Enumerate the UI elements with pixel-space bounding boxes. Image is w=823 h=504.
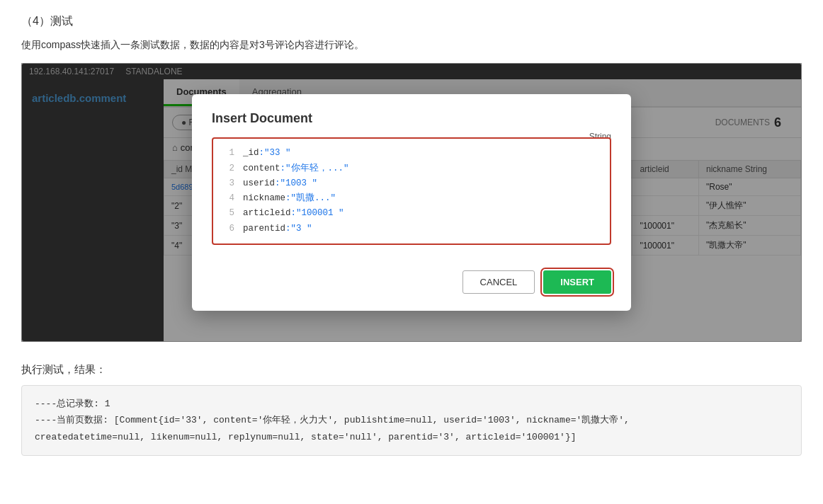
code-value: :"凯撒..." [285,193,336,203]
code-content: nickname:"凯撒..." [243,191,336,206]
code-value: :"100001 " [291,208,344,218]
code-value: :"3 " [285,224,312,234]
code-value: :"33 " [259,148,291,158]
result-line: ----当前页数据: [Comment{id='33', content='你年… [35,412,788,428]
code-key: userid [243,178,275,188]
code-content: content:"你年轻，..." [243,161,349,176]
line-number: 6 [223,222,234,236]
cancel-button[interactable]: CANCEL [462,270,535,294]
code-line: 3 userid:"1003 " [223,176,600,191]
code-key: content [243,164,280,173]
code-line: 6 parentid:"3 " [223,222,600,236]
code-line: 2 content:"你年轻，..." [223,161,600,176]
insert-button[interactable]: INSERT [543,270,611,294]
modal-footer: CANCEL INSERT [212,270,611,294]
code-line: 1 _id:"33 " [223,146,600,161]
code-key: articleid [243,208,291,218]
modal-title: Insert Document [212,111,611,126]
code-line: 5 articleid:"100001 " [223,206,600,221]
compass-outer: 192.168.40.141:27017 STANDALONE articled… [21,63,802,342]
code-key: _id [243,148,259,158]
section-description: 使用compass快速插入一条测试数据，数据的内容是对3号评论内容进行评论。 [21,39,802,52]
line-number: 3 [223,176,234,191]
modal-overlay: Insert Document 1 _id:"33 " 2 content:"你… [21,63,802,342]
code-key: nickname [243,193,285,203]
code-content: articleid:"100001 " [243,206,344,221]
modal-code-area: 1 _id:"33 " 2 content:"你年轻，..." 3 userid… [212,137,611,245]
section-title: （4）测试 [21,14,802,29]
code-line: 4 nickname:"凯撒..." [223,191,600,206]
result-line: ----总记录数: 1 [35,396,788,412]
result-title: 执行测试，结果： [21,363,802,377]
code-key: parentid [243,224,285,234]
code-content: userid:"1003 " [243,176,317,191]
code-content: parentid:"3 " [243,222,312,236]
result-line: createdatetime=null, likenum=null, reply… [35,429,788,445]
line-number: 4 [223,191,234,206]
line-number: 2 [223,161,234,176]
code-value: :"1003 " [275,178,317,188]
result-code-block: ----总记录数: 1----当前页数据: [Comment{id='33', … [21,385,802,456]
code-value: :"你年轻，..." [280,164,349,173]
insert-document-modal: Insert Document 1 _id:"33 " 2 content:"你… [192,94,631,311]
line-number: 1 [223,146,234,161]
line-number: 5 [223,206,234,221]
code-content: _id:"33 " [243,146,291,161]
